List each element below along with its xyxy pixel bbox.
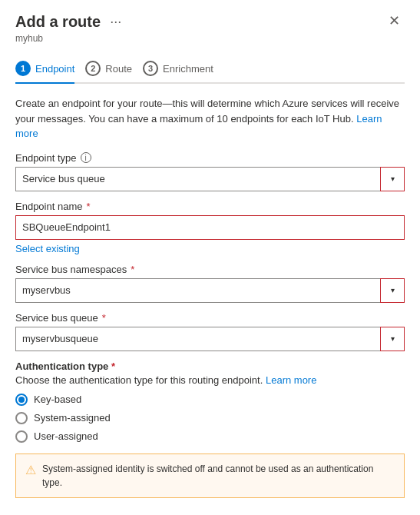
radio-key-based-label: Key-based	[34, 394, 81, 405]
service-bus-queue-label: Service bus queue *	[15, 312, 405, 324]
radio-system-assigned-label: System-assigned	[34, 412, 111, 424]
radio-user-assigned[interactable]: User-assigned	[15, 430, 405, 443]
step-1-circle: 1	[15, 61, 31, 76]
warning-box: ⚠ System-assigned identity is switched o…	[15, 454, 405, 498]
endpoint-type-label: Endpoint type i	[15, 152, 405, 164]
namespaces-required-star: *	[131, 264, 134, 275]
select-existing-link[interactable]: Select existing	[15, 243, 80, 254]
step-2-label: Route	[105, 63, 132, 75]
radio-system-assigned-circle	[15, 412, 28, 424]
radio-user-assigned-label: User-assigned	[34, 430, 98, 442]
chevron-down-icon-2: ▾	[391, 286, 395, 294]
namespaces-chevron[interactable]: ▾	[380, 278, 405, 303]
auth-learn-more-link[interactable]: Learn more	[266, 374, 316, 386]
auth-type-section: Authentication type * Choose the authent…	[15, 360, 405, 443]
endpoint-name-required-star: *	[86, 201, 90, 212]
auth-required-star: *	[111, 360, 115, 372]
endpoint-type-chevron[interactable]: ▾	[380, 167, 405, 191]
service-bus-namespaces-select[interactable]: myservbus	[15, 278, 405, 303]
description-text: Create an endpoint for your route—this w…	[15, 96, 405, 141]
auth-type-description: Choose the authentication type for this …	[15, 374, 405, 386]
add-route-panel: Add a route ··· ✕ myhub 1 Endpoint 2 Rou…	[0, 0, 420, 515]
endpoint-type-select[interactable]: Service bus queue	[15, 167, 405, 191]
close-button[interactable]: ✕	[384, 12, 405, 29]
steps-nav: 1 Endpoint 2 Route 3 Enrichment	[15, 55, 405, 84]
endpoint-type-group: Endpoint type i Service bus queue ▾	[15, 152, 405, 191]
service-bus-namespaces-group: Service bus namespaces * myservbus ▾	[15, 264, 405, 303]
endpoint-type-dropdown: Service bus queue ▾	[15, 167, 405, 191]
endpoint-name-label: Endpoint name *	[15, 201, 405, 212]
auth-type-label: Authentication type *	[15, 360, 405, 372]
title-group: Add a route ···	[15, 12, 124, 32]
system-assigned-group: System-assigned	[15, 412, 405, 424]
step-enrichment[interactable]: 3 Enrichment	[143, 55, 224, 82]
panel-title: Add a route	[15, 13, 101, 31]
radio-system-assigned[interactable]: System-assigned	[15, 412, 405, 424]
radio-user-assigned-circle	[15, 430, 28, 443]
service-bus-namespaces-dropdown: myservbus ▾	[15, 278, 405, 303]
chevron-down-icon: ▾	[391, 174, 395, 183]
queue-chevron[interactable]: ▾	[380, 327, 405, 351]
radio-key-based-dot	[18, 397, 25, 403]
step-2-circle: 2	[85, 61, 101, 76]
radio-key-based-circle	[15, 394, 28, 406]
auth-radio-group: Key-based System-assigned User-assigned	[15, 394, 405, 443]
queue-required-star: *	[102, 312, 106, 324]
step-1-label: Endpoint	[35, 63, 74, 75]
warning-text: System-assigned identity is switched off…	[42, 462, 395, 490]
ellipsis-button[interactable]: ···	[107, 12, 124, 32]
chevron-down-icon-3: ▾	[391, 334, 395, 343]
radio-key-based[interactable]: Key-based	[15, 394, 405, 406]
step-3-circle: 3	[143, 61, 158, 76]
step-route[interactable]: 2 Route	[85, 55, 143, 82]
service-bus-queue-group: Service bus queue * myservbusqueue ▾	[15, 312, 405, 351]
service-bus-queue-select[interactable]: myservbusqueue	[15, 327, 405, 351]
panel-header: Add a route ··· ✕	[15, 12, 405, 32]
endpoint-type-info-icon[interactable]: i	[81, 152, 91, 163]
step-3-label: Enrichment	[163, 63, 213, 75]
endpoint-name-group: Endpoint name * Select existing	[15, 201, 405, 254]
service-bus-namespaces-label: Service bus namespaces *	[15, 264, 405, 275]
panel-subtitle: myhub	[15, 33, 405, 44]
service-bus-queue-dropdown: myservbusqueue ▾	[15, 327, 405, 351]
step-endpoint[interactable]: 1 Endpoint	[15, 55, 85, 82]
warning-icon: ⚠	[25, 463, 36, 477]
endpoint-name-input[interactable]	[15, 215, 405, 240]
